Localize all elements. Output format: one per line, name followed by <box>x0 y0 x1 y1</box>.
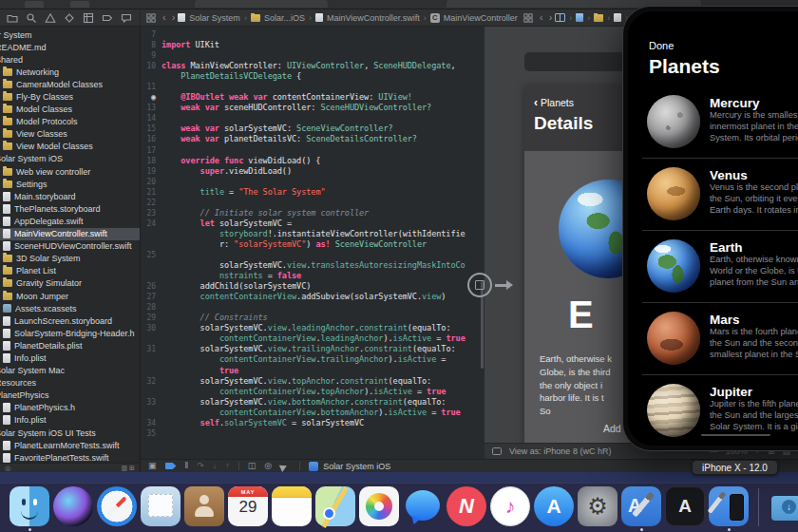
sysprefs-app-icon[interactable]: ⚙ <box>578 486 618 526</box>
calendar-app-icon[interactable]: MAY29 <box>228 486 268 526</box>
sidebar-item-view-classes[interactable]: View Classes <box>0 128 140 141</box>
panes-icon[interactable] <box>555 13 565 22</box>
scheme-selector[interactable] <box>195 0 328 8</box>
related-items-icon[interactable] <box>146 13 156 23</box>
sidebar-item-fly-by-classes[interactable]: Fly-By Classes <box>0 90 140 103</box>
finder-app-icon[interactable] <box>10 486 49 526</box>
sidebar-item-model-classes[interactable]: Model Classes <box>0 104 140 116</box>
view-as-label[interactable]: View as: iPhone 8 (wC hR) <box>509 446 611 456</box>
xcode-dark-app-icon[interactable]: A <box>665 486 705 526</box>
planet-list[interactable]: MercuryMercury is the smallest ainnermos… <box>628 86 798 446</box>
breadcrumb-item[interactable]: Solar...iOS <box>264 13 305 23</box>
navigator-filter-buttons[interactable]: ▥ ⊞ <box>122 465 135 472</box>
debug-navigator-icon[interactable] <box>83 12 94 24</box>
sidebar-item-settings[interactable]: Settings <box>0 178 140 190</box>
back-button[interactable]: ‹Planets <box>534 96 574 109</box>
memory-graph-icon[interactable]: ◎ <box>264 462 272 470</box>
done-button[interactable]: Done <box>649 40 674 51</box>
sidebar-item-3d-solar-system[interactable]: 3D Solar System <box>0 253 140 265</box>
breakpoints-toggle-icon[interactable] <box>165 463 177 469</box>
sidebar-item-view-model-classes[interactable]: View Model Classes <box>0 141 140 153</box>
maps-app-icon[interactable] <box>315 486 355 526</box>
sidebar-item-solar-system-ios[interactable]: Solar System iOS <box>0 153 140 165</box>
appstore-app-icon[interactable]: A <box>534 486 574 526</box>
xcode-app-icon[interactable] <box>621 486 661 526</box>
sidebar-item-launchscreen-storyboard[interactable]: LaunchScreen.storyboard <box>0 314 140 327</box>
sidebar-item-planetdetails-plist[interactable]: PlanetDetails.plist <box>0 339 140 352</box>
issue-navigator-icon[interactable] <box>45 12 56 24</box>
sidebar-item-mainviewcontroller-swift[interactable]: MainViewController.swift <box>0 228 140 240</box>
messages-app-icon[interactable] <box>403 486 443 526</box>
sidebar-item-gravity-simulator[interactable]: Gravity Simulator <box>0 277 140 290</box>
location-icon[interactable] <box>279 461 292 472</box>
search-navigator-icon[interactable] <box>26 12 37 24</box>
sidebar-item-favoriteplanettests-swift[interactable]: FavoritePlanetTests.swift <box>0 451 140 463</box>
breadcrumb-item[interactable]: MainViewController.swift <box>327 13 420 23</box>
doc-icon[interactable] <box>614 13 621 22</box>
sidebar-item-appdelegate-swift[interactable]: AppDelegate.swift <box>0 215 140 227</box>
sidebar-item-info-plist[interactable]: Info.plist <box>0 414 140 427</box>
sidebar-item-shared[interactable]: Shared <box>0 53 140 66</box>
planet-row-mars[interactable]: MarsMars is the fourth planetthe Sun and… <box>628 303 798 374</box>
forward-icon[interactable]: › <box>546 12 556 23</box>
storyboard-entry-segue-icon[interactable] <box>467 272 515 300</box>
breakpoint-navigator-icon[interactable] <box>102 12 113 24</box>
sidebar-item-solarsystem-bridging-header-h[interactable]: SolarSystem-Bridging-Header.h <box>0 327 140 339</box>
siri-app-icon[interactable] <box>53 486 93 526</box>
device-icon[interactable] <box>492 447 502 455</box>
itunes-app-icon[interactable]: ♪ <box>490 486 530 526</box>
stop-button[interactable] <box>70 1 89 8</box>
step-into-icon[interactable]: ↓ <box>213 462 218 470</box>
sidebar-item-planetphysics[interactable]: PlanetPhysics <box>0 390 140 402</box>
sidebar-item-planetphysics-h[interactable]: PlanetPhysics.h <box>0 402 140 414</box>
sidebar-item-info-plist[interactable]: Info.plist <box>0 352 140 364</box>
project-navigator-icon[interactable] <box>7 12 18 24</box>
forward-icon[interactable]: › <box>169 12 179 23</box>
add-favorite-button[interactable]: Add <box>603 423 621 434</box>
mail-app-icon[interactable] <box>141 486 180 526</box>
planet-row-venus[interactable]: VenusVenus is the second planthe Sun, or… <box>628 159 798 230</box>
sidebar-item-solar-system-ios-ui-tests[interactable]: Solar System iOS UI Tests <box>0 427 140 439</box>
sidebar-item-planetlearnmoretests-swift[interactable]: PlanetLearnMoreTests.swift <box>0 439 140 451</box>
photos-app-icon[interactable] <box>359 486 399 526</box>
sidebar-item-resources[interactable]: Resources <box>0 377 140 390</box>
sidebar-item-solar-system-mac[interactable]: Solar System Mac <box>0 365 140 377</box>
planet-row-mercury[interactable]: MercuryMercury is the smallest ainnermos… <box>628 86 798 158</box>
sidebar-item-planet-list[interactable]: Planet List <box>0 265 140 277</box>
view-debugger-icon[interactable]: ◫ <box>248 462 256 470</box>
step-over-icon[interactable]: ↷ <box>197 462 204 470</box>
related-items-icon[interactable] <box>523 13 533 23</box>
test-navigator-icon[interactable] <box>64 12 75 24</box>
dock-toggle-icon[interactable]: ▣ <box>148 462 157 470</box>
sidebar-item-model-protocols[interactable]: Model Protocols <box>0 116 140 128</box>
filter-icon[interactable]: ◎ <box>5 465 10 472</box>
home-indicator[interactable] <box>701 434 770 437</box>
back-icon[interactable]: ‹ <box>160 12 169 23</box>
contacts-app-icon[interactable] <box>184 486 224 526</box>
folder-icon[interactable] <box>594 14 603 22</box>
sidebar-item-assets-xcassets[interactable]: Assets.xcassets <box>0 302 140 314</box>
planet-row-earth[interactable]: EarthEarth, otherwise known aWorld or th… <box>628 231 798 302</box>
sidebar-item-readme-md[interactable]: README.md <box>0 41 140 53</box>
sidebar-item-cameramodel-classes[interactable]: CameraModel Classes <box>0 78 140 90</box>
sidebar-item-networking[interactable]: Networking <box>0 66 140 78</box>
simulator-app-icon[interactable] <box>709 486 749 526</box>
breadcrumb-item[interactable]: Solar System <box>189 13 240 23</box>
pause-icon[interactable]: ‖ <box>185 462 189 470</box>
sidebar-item-main-storyboard[interactable]: Main.storyboard <box>0 190 140 202</box>
sidebar-item-solar-system[interactable]: Solar System <box>0 28 140 41</box>
running-process[interactable]: Solar System iOS <box>309 462 390 471</box>
safari-app-icon[interactable] <box>97 486 137 526</box>
sidebar-item-scenehudviewcontroller-swift[interactable]: SceneHUDViewController.swift <box>0 240 140 253</box>
notes-app-icon[interactable] <box>272 486 312 526</box>
sidebar-item-theplanets-storyboard[interactable]: ThePlanets.storyboard <box>0 202 140 215</box>
breadcrumb-item[interactable]: MainViewController <box>444 13 518 23</box>
downloads-app-icon[interactable] <box>769 486 798 526</box>
news-app-icon[interactable]: N <box>446 486 486 526</box>
run-button[interactable] <box>25 1 44 8</box>
bluedoc-icon[interactable] <box>576 13 583 22</box>
sidebar-item-web-view-controller[interactable]: Web view controller <box>0 165 140 178</box>
report-navigator-icon[interactable] <box>121 12 132 24</box>
back-icon[interactable]: ‹ <box>537 12 546 23</box>
step-out-icon[interactable]: ↑ <box>225 462 230 470</box>
